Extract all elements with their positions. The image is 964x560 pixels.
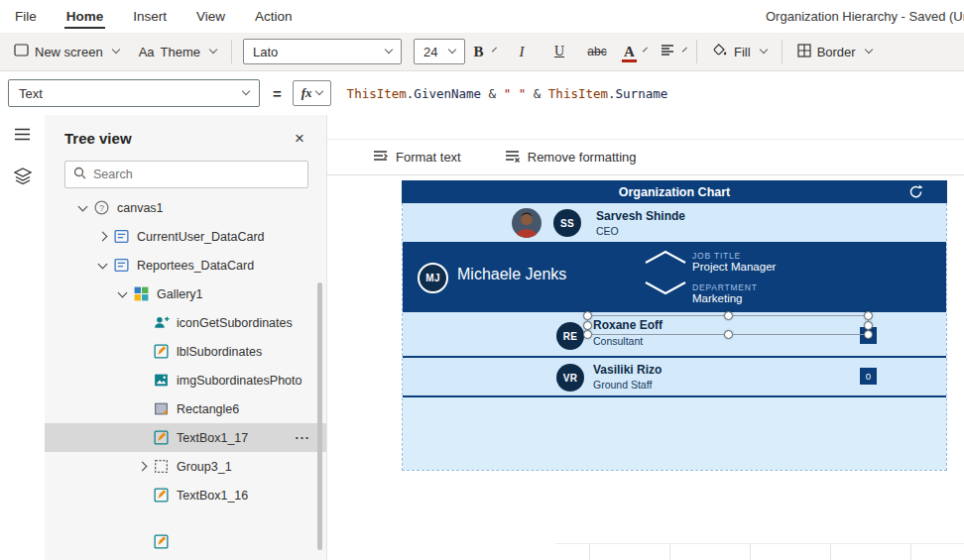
chevron-right-icon[interactable] [134,463,150,470]
selection-handle[interactable] [583,321,592,330]
formula-bar: Text = fx ThisItem.GivenName & " " & Thi… [0,71,964,115]
department-value[interactable]: Marketing [692,292,743,304]
org-chart-title-bar[interactable]: Organization Chart [402,180,947,203]
format-text-button[interactable]: Format text [373,150,461,166]
chevron-down-icon[interactable] [643,280,688,299]
chevron-up-icon[interactable] [643,248,688,268]
underline-button[interactable]: U [541,37,578,66]
format-bar: Format text Remove formatting [327,139,964,175]
chevron-placeholder [134,538,150,545]
selection-handle[interactable] [724,330,733,339]
ceo-photo-avatar[interactable] [512,208,542,238]
tree-view-panel: Tree view × ?canvas1CurrentUser_DataCard… [45,115,327,560]
tree-item-partial[interactable] [45,527,326,556]
tree-item-imgSubordinatesPhoto[interactable]: imgSubordinatesPhoto [45,366,326,394]
search-input[interactable] [93,168,300,181]
selection-handle[interactable] [583,330,592,339]
formula-input[interactable]: ThisItem.GivenName & " " & ThisItem.Surn… [347,86,668,101]
tree-search-box[interactable] [64,161,308,188]
tree-item-Group3_1[interactable]: Group3_1 [45,452,326,481]
selection-handle[interactable] [724,311,733,320]
person-name[interactable]: Michaele Jenks [457,266,566,283]
person-title[interactable]: Ground Staff [593,379,652,391]
italic-icon: I [520,44,525,60]
datacard-icon [113,228,130,245]
theme-button[interactable]: Aa Theme [129,37,226,66]
org-row-ceo[interactable]: SS Sarvesh Shinde CEO [403,203,946,244]
menu-item-action[interactable]: Action [240,0,307,33]
font-size-select[interactable]: 24 [414,39,465,64]
formula-token: & [526,86,548,101]
fill-label: Fill [734,45,751,59]
menu-item-insert[interactable]: Insert [118,0,181,33]
canvas-icon: ? [93,199,110,216]
formula-token: " " [504,86,527,101]
text-align-button[interactable] [654,37,691,66]
chevron-down-icon[interactable] [94,264,110,268]
initials-avatar[interactable]: SS [553,209,581,237]
selection-box [587,315,869,335]
initials-avatar[interactable]: RE [556,322,584,350]
tree-view-rail-button[interactable] [0,157,45,198]
hamburger-menu-icon [14,127,31,145]
selection-handle[interactable] [583,311,592,320]
org-chart-app: Organization Chart SS Sarvesh Shinde CEO [402,180,947,471]
tree-item-label: imgSubordinatesPhoto [177,374,301,388]
strikethrough-button[interactable]: abc [578,37,616,66]
bold-button[interactable]: B [465,37,503,66]
item-more-options-icon[interactable]: ··· [296,431,311,445]
font-color-icon: A [624,44,635,60]
selection-handle[interactable] [864,330,873,339]
menu-item-view[interactable]: View [181,0,240,33]
refresh-icon[interactable] [907,183,924,200]
italic-button[interactable]: I [503,37,541,66]
menu-item-file[interactable]: File [0,0,52,33]
person-name[interactable]: Sarvesh Shinde [596,209,685,223]
person-title[interactable]: Consultant [593,335,643,347]
tree-item-Reportees_DataCard[interactable]: Reportees_DataCard [45,251,326,280]
selection-handle[interactable] [864,311,873,320]
font-color-button[interactable]: A [616,37,654,66]
person-name[interactable]: Vasiliki Rizo [593,363,662,377]
chevron-down-icon[interactable] [74,206,90,210]
property-select[interactable]: Text [8,79,260,107]
tree-item-TextBox1_16[interactable]: TextBox1_16 [45,481,326,509]
design-canvas[interactable]: Organization Chart SS Sarvesh Shinde CEO [327,175,964,560]
count-badge[interactable]: 0 [860,368,877,385]
initials-avatar[interactable]: VR [556,364,584,392]
close-icon[interactable]: × [295,130,304,147]
tree-item-canvas1[interactable]: ?canvas1 [45,193,326,222]
department-label[interactable]: DEPARTMENT [692,282,758,292]
border-button[interactable]: Border [787,37,882,66]
job-title-label[interactable]: JOB TITLE [692,251,741,261]
tree-scrollbar[interactable] [317,282,322,550]
border-label: Border [817,45,856,59]
chevron-right-icon[interactable] [94,233,110,240]
font-family-select[interactable]: Lato [243,39,402,64]
formula-token: ThisItem [347,86,407,101]
remove-formatting-button[interactable]: Remove formatting [505,150,637,166]
tree-item-CurrentUser_DataCard[interactable]: CurrentUser_DataCard [45,222,326,251]
fx-dropdown[interactable]: fx [293,80,331,106]
selection-handle[interactable] [864,321,873,330]
table-columns-peek [555,543,964,560]
initials-avatar[interactable]: MJ [418,263,448,293]
format-text-icon [373,150,388,166]
tree-item-Rectangle6[interactable]: Rectangle6 [45,394,326,423]
org-row-staff[interactable]: VR Vasiliki Rizo Ground Staff 0 [403,358,946,397]
tree-item-iconGetSubordinates[interactable]: iconGetSubordinates [45,308,326,337]
tree-item-Gallery1[interactable]: Gallery1 [45,280,326,308]
tree-item-TextBox1_17[interactable]: TextBox1_17··· [45,423,326,452]
fill-button[interactable]: Fill [702,37,777,66]
person-title[interactable]: CEO [596,225,619,237]
job-title-value[interactable]: Project Manager [692,261,776,273]
tree-item-lblSubordinates[interactable]: lblSubordinates [45,337,326,366]
org-row-empty-template[interactable] [403,397,946,470]
hamburger-menu-button[interactable] [0,115,45,157]
org-row-consultant[interactable]: RE Roxane Eoff Consultant [403,312,946,358]
menu-item-home[interactable]: Home [52,0,119,33]
chevron-down-icon[interactable] [114,292,130,296]
org-row-manager[interactable]: MJ Michaele Jenks JOB TITLE Project Mana… [403,244,946,312]
tree-item-label: CurrentUser_DataCard [137,230,265,244]
new-screen-button[interactable]: New screen [4,37,129,66]
